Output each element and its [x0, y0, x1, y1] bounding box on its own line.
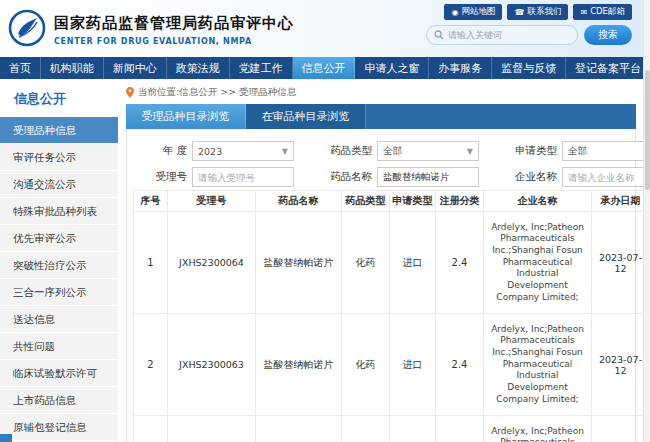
sidebar-item[interactable]: 特殊审批品种列表 — [0, 198, 118, 225]
acceptance-no-label: 受理号 — [133, 170, 187, 184]
sidebar-title: 信息公开 — [0, 85, 118, 117]
table-header-row: 序号 受理号 药品名称 药品类型 申请类型 注册分类 企业名称 — [134, 191, 650, 212]
nav-item[interactable]: 信息公开 — [293, 57, 356, 79]
tab-bar: 受理品种目录浏览 在审品种目录浏览 — [126, 104, 636, 129]
quick-link-icon: ◉ — [451, 8, 458, 17]
drug-type-label: 药品类型 — [318, 144, 372, 158]
nav-item[interactable]: 首页 — [0, 57, 41, 79]
table-header-cell: 受理号 — [168, 191, 256, 212]
sidebar-item[interactable]: 三合一序列公示 — [0, 279, 118, 306]
nav-item[interactable]: 机构职能 — [41, 57, 104, 79]
nav-item[interactable]: 登记备案平台 — [566, 57, 650, 79]
breadcrumb-text: 当前位置:信息公开 >> 受理品种信息 — [138, 86, 296, 99]
quick-link-icon: ☎ — [514, 8, 524, 17]
sidebar-item[interactable]: 上市药品信息 — [0, 387, 118, 414]
main-nav: 首页 机构职能 新闻中心 政策法规 党建工作 信息公开 申请人之窗 办事服务 监… — [0, 57, 650, 79]
sidebar-menu: 受理品种信息 审评任务公示 沟通交流公示 特殊审批品种列表 优先审评公示 突破性… — [0, 117, 118, 442]
apply-type-select[interactable]: 全部 ▼ — [562, 141, 650, 161]
cell-reg-class: 2.4 — [436, 314, 484, 416]
table-header-cell: 承办日期 — [592, 191, 650, 212]
table-header-cell: 药品名称 — [256, 191, 342, 212]
nav-item[interactable]: 党建工作 — [230, 57, 293, 79]
cell-acceptance-no: JXHS2300064 — [168, 212, 256, 314]
cell-reg-class: 2.4 — [436, 212, 484, 314]
apply-type-label: 申请类型 — [503, 144, 557, 158]
tab[interactable]: 受理品种目录浏览 — [126, 104, 246, 129]
site-title: 国家药品监督管理局药品审评中心 — [54, 14, 294, 33]
drug-type-select-value: 全部 — [383, 145, 402, 158]
year-label: 年 度 — [133, 144, 187, 158]
search-input[interactable] — [448, 30, 570, 40]
tab[interactable]: 在审品种目录浏览 — [246, 104, 366, 129]
cell-drug-type: 化药 — [342, 416, 390, 442]
cell-acceptance-no: JXHS2300062 — [168, 416, 256, 442]
quick-link-label: 联系我们 — [527, 6, 561, 18]
quick-link-icon: ✉ — [580, 8, 587, 17]
table-header-cell: 企业名称 — [484, 191, 592, 212]
sidebar-item[interactable]: 送达信息 — [0, 306, 118, 333]
quick-link[interactable]: ◉ 网站地图 — [444, 4, 502, 20]
sidebar: 信息公开 受理品种信息 审评任务公示 沟通交流公示 特殊审批品种列表 优先审评公… — [0, 79, 118, 442]
cell-index: 2 — [134, 314, 168, 416]
nav-item[interactable]: 办事服务 — [429, 57, 492, 79]
drug-name-input[interactable] — [377, 167, 479, 187]
cell-company: Ardelyx, Inc;Patheon Pharmaceuticals Inc… — [484, 212, 592, 314]
cell-company: Ardelyx, Inc;Patheon Pharmaceuticals Inc… — [484, 416, 592, 442]
table-row[interactable]: 2 JXHS2300063 盐酸替纳帕诺片 化药 进口 2.4 Ardelyx,… — [134, 314, 650, 416]
nav-item[interactable]: 政策法规 — [167, 57, 230, 79]
quick-links: ◉ 网站地图 ☎ 联系我们 ✉ CDE邮箱 — [444, 4, 632, 20]
acceptance-no-input[interactable] — [192, 167, 294, 187]
sidebar-item[interactable]: 原辅包登记信息 — [0, 414, 118, 441]
table-header-cell: 序号 — [134, 191, 168, 212]
table-row[interactable]: 3 JXHS2300062 盐酸替纳帕诺片 化药 进口 2.4 Ardelyx,… — [134, 416, 650, 442]
vertical-scrollbar[interactable] — [643, 0, 650, 442]
nav-item[interactable]: 监督与反馈 — [492, 57, 566, 79]
cell-apply-type: 进口 — [390, 416, 436, 442]
chevron-down-icon: ▼ — [282, 147, 288, 156]
table-body: 1 JXHS2300064 盐酸替纳帕诺片 化药 进口 2.4 Ardelyx,… — [134, 212, 650, 442]
table-header-cell: 药品类型 — [342, 191, 390, 212]
sidebar-item[interactable]: 突破性治疗公示 — [0, 252, 118, 279]
apply-type-select-value: 全部 — [568, 145, 587, 158]
site-search-box — [426, 25, 578, 45]
nav-item[interactable]: 申请人之窗 — [355, 57, 429, 79]
brand: 国家药品监督管理局药品审评中心 CENTER FOR DRUG EVALUATI… — [8, 0, 294, 57]
nmpa-logo-icon — [8, 9, 46, 51]
site-header: 国家药品监督管理局药品审评中心 CENTER FOR DRUG EVALUATI… — [0, 0, 650, 57]
table-header-cell: 注册分类 — [436, 191, 484, 212]
search-icon — [434, 30, 444, 40]
sidebar-item[interactable]: 临床试验默示许可 — [0, 360, 118, 387]
search-button[interactable]: 搜索 — [584, 25, 632, 45]
drug-type-select[interactable]: 全部 ▼ — [377, 141, 479, 161]
year-select[interactable]: 2023 ▼ — [192, 141, 294, 161]
sidebar-item[interactable]: 受理品种信息 — [0, 117, 118, 144]
sidebar-item[interactable]: 沟通交流公示 — [0, 171, 118, 198]
cell-acceptance-no: JXHS2300063 — [168, 314, 256, 416]
cell-apply-type: 进口 — [390, 212, 436, 314]
quick-link[interactable]: ☎ 联系我们 — [507, 4, 568, 20]
cell-reg-class: 2.4 — [436, 416, 484, 442]
quick-link-label: CDE邮箱 — [590, 6, 625, 18]
nav-item[interactable]: 新闻中心 — [104, 57, 167, 79]
chevron-down-icon: ▼ — [467, 147, 473, 156]
sidebar-item[interactable]: 优先审评公示 — [0, 225, 118, 252]
cell-index: 3 — [134, 416, 168, 442]
company-input[interactable] — [562, 167, 650, 187]
drug-name-label: 药品名称 — [318, 170, 372, 184]
results-table: 序号 受理号 药品名称 药品类型 申请类型 注册分类 企业名称 — [133, 190, 650, 442]
cell-company: Ardelyx, Inc;Patheon Pharmaceuticals Inc… — [484, 314, 592, 416]
company-label: 企业名称 — [503, 170, 557, 184]
filter-and-table-panel: 年 度 2023 ▼ 药品类型 全部 ▼ 申请类型 全部 — [126, 129, 636, 442]
corner-accent — [0, 434, 12, 442]
table-row[interactable]: 1 JXHS2300064 盐酸替纳帕诺片 化药 进口 2.4 Ardelyx,… — [134, 212, 650, 314]
location-pin-icon — [126, 87, 134, 98]
scrollbar-thumb[interactable] — [645, 70, 650, 190]
sidebar-item[interactable]: 审评任务公示 — [0, 144, 118, 171]
breadcrumb: 当前位置:信息公开 >> 受理品种信息 — [126, 84, 636, 101]
main-content: 当前位置:信息公开 >> 受理品种信息 受理品种目录浏览 在审品种目录浏览 年 … — [118, 79, 650, 442]
table-header-cell: 申请类型 — [390, 191, 436, 212]
sidebar-item[interactable]: 共性问题 — [0, 333, 118, 360]
cell-date: 2023-07-12 — [592, 416, 650, 442]
quick-link[interactable]: ✉ CDE邮箱 — [573, 4, 632, 20]
cell-index: 1 — [134, 212, 168, 314]
